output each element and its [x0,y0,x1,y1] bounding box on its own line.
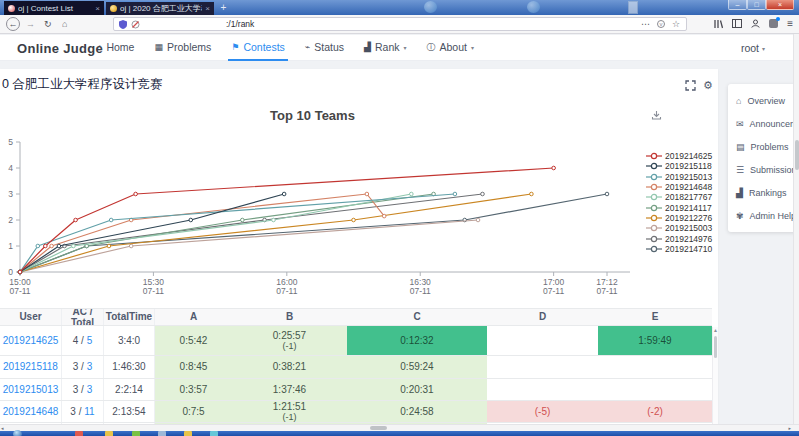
maximize-button[interactable]: □ [747,0,766,10]
taskbar-app-icon[interactable] [105,431,113,436]
minimize-button[interactable]: – [728,0,747,10]
library-icon[interactable] [713,19,723,29]
legend-marker-icon [646,204,662,212]
sidebar-item-submissions[interactable]: ☰Submissions [728,158,799,181]
problem-cell-b: 1:37:46 [232,379,347,400]
back-button[interactable]: ← [6,17,20,31]
submission-time: 1:37:46 [273,384,306,396]
legend-item[interactable]: 2019214976 [646,233,712,243]
chevron-down-icon: ▾ [403,44,406,51]
table-header-b: B [232,309,347,325]
problem-cell-a: 0:8:45 [155,356,232,378]
user-link[interactable]: 2019215118 [3,361,58,373]
list-icon: ☰ [736,165,744,175]
nav-item-problems[interactable]: ▦Problems [151,35,214,61]
table-scrollbar[interactable]: ▲ [712,327,718,424]
total-count: 5 [87,335,93,346]
tab-favicon-icon [8,5,15,12]
browser-tab-contest-list[interactable]: oj | Contest List × [4,1,104,15]
legend-item[interactable]: 2019214117 [646,202,712,212]
problem-cell-a: 0:5:42 [155,326,232,355]
legend-item[interactable]: 2018217767 [646,192,712,202]
sidebar-item-admin-helper[interactable]: ✾Admin Helper [728,204,799,227]
user-link[interactable]: 2019214648 [3,406,59,418]
tab-title: oj | Contest List [18,4,92,13]
taskbar-app-icon[interactable] [210,431,218,436]
taskbar-app-icon[interactable] [132,431,140,436]
submission-time: (-5) [535,406,551,418]
nav-item-about[interactable]: ⓘAbout▾ [424,35,477,61]
taskbar-app-icon[interactable] [158,431,166,436]
scrollbar-thumb[interactable] [714,336,717,358]
submission-time: 0:7:5 [182,406,204,418]
account-icon[interactable] [751,19,760,28]
nav-item-contests[interactable]: ⚑Contests [228,35,288,61]
sidebar-item-rankings[interactable]: ▟Rankings [728,181,799,204]
legend-marker-icon [646,214,662,222]
table-header-a: A [155,309,232,325]
problem-cell-e [598,356,712,378]
total-time-value: 2:13:54 [104,401,155,422]
legend-item[interactable]: 2019214710 [646,244,712,254]
site-logo[interactable]: Online Judge [17,41,103,56]
trophy-icon: ⚑ [231,42,239,52]
gear-icon[interactable]: ⚙ [703,80,713,91]
page-horizontal-scrollbar[interactable]: ◂ ▸ [0,424,799,431]
blocked-content-icon[interactable] [131,20,140,29]
legend-marker-icon [646,245,662,253]
legend-label: 2019214976 [665,234,712,244]
browser-tab-contest-rank[interactable]: oj | 2020 合肥工业大学程 × [106,1,214,15]
legend-label: 2019215013 [665,172,712,182]
taskbar-app-icon[interactable] [184,431,192,436]
submission-time: 0:24:58 [400,406,433,418]
problem-cell-c: 0:20:31 [347,379,487,400]
page-vertical-scrollbar[interactable] [793,34,799,424]
user-link[interactable]: 2019214625 [3,335,59,347]
legend-label: 2019214710 [665,244,712,254]
legend-item[interactable]: 2019215013 [646,172,712,182]
sidebar-toggle-icon[interactable] [732,19,742,28]
problem-cell-c: 0:59:24 [347,356,487,378]
legend-item[interactable]: 2019214648 [646,182,712,192]
home-button[interactable]: ⌂ [62,19,67,29]
close-button[interactable]: × [766,0,794,10]
user-menu[interactable]: root ▾ [741,42,765,54]
reload-button[interactable]: ↻ [44,19,52,29]
menu-icon[interactable]: ≡ [787,18,793,29]
nav-item-rank[interactable]: ▟Rank▾ [361,35,409,61]
sidebar-item-announcement[interactable]: ✉Announcement [728,112,799,135]
fullscreen-icon[interactable] [685,80,696,91]
sidebar-item-overview[interactable]: ⌂Overview [728,89,799,112]
submission-time: 0:5:42 [180,335,208,347]
sidebar-item-problems[interactable]: ▤Problems [728,135,799,158]
tab-close-icon[interactable]: × [95,4,100,13]
legend-item[interactable]: 2019215118 [646,161,712,171]
legend-item[interactable]: 2019215003 [646,223,712,233]
legend-item[interactable]: 2019214625 [646,151,712,161]
new-tab-button[interactable]: + [217,2,230,14]
table-header-c: C [347,309,487,325]
user-link[interactable]: 2019215013 [3,384,59,396]
scrollbar-thumb[interactable] [370,426,387,430]
sidebar-item-label: Submissions [750,165,799,175]
taskbar-app-icon[interactable] [75,431,83,436]
bookmark-star-icon[interactable]: ☆ [672,19,680,29]
contest-title: 0 合肥工业大学程序设计竞赛 [2,76,162,93]
username: root [741,42,759,54]
download-icon[interactable] [651,110,662,121]
scrollbar-thumb[interactable] [795,140,799,170]
nav-item-status[interactable]: ⌁Status [302,35,347,61]
pocket-icon[interactable]: v [657,20,665,28]
bar-chart-icon: ▟ [364,42,371,52]
page-actions-icon[interactable]: ⋯ [641,19,650,29]
ac-total-value: 4 / 5 [73,335,92,347]
scroll-up-icon[interactable]: ▲ [713,327,718,334]
start-button[interactable] [13,430,22,436]
url-bar[interactable]: :/1/rank ⋯ v ☆ [113,17,687,31]
shield-icon[interactable] [119,20,127,29]
legend-item[interactable]: 2019212276 [646,213,712,223]
extension-icon[interactable] [769,19,778,28]
nav-item-home[interactable]: ⌂Home [94,35,137,61]
tab-close-icon[interactable]: × [205,4,210,13]
forward-button[interactable]: → [26,19,35,29]
